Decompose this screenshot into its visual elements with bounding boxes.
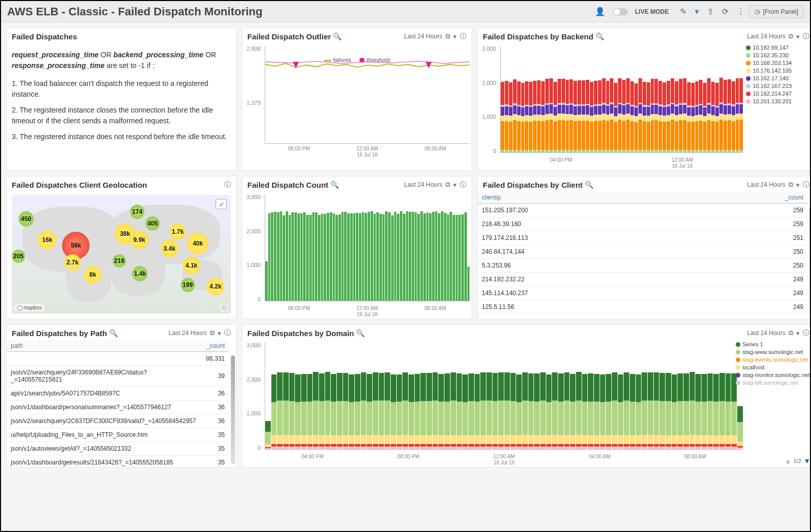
info-icon[interactable]: ⓘ <box>224 328 231 338</box>
copy-icon[interactable]: ⧉ <box>788 329 793 337</box>
xtick: 04:00 PM <box>550 157 572 169</box>
share-icon[interactable]: ⇪ <box>707 7 714 16</box>
scrollbar[interactable] <box>231 356 235 464</box>
panel-title: Failed Dispatches by Client <box>483 181 583 189</box>
table-row[interactable]: ui/help/Uploading_Files_to_an_HTTP_Sourc… <box>7 428 229 442</box>
copy-icon[interactable]: ⧉ <box>445 32 450 40</box>
legend-item[interactable]: 10.182.69.147 <box>746 45 811 51</box>
filter-icon[interactable]: ▾ <box>796 33 800 40</box>
copy-icon[interactable]: ⧉ <box>788 181 793 189</box>
magnify-icon[interactable]: 🔍 <box>585 181 593 189</box>
xtick: 12:00 AM 16 Jul 18 <box>671 157 693 169</box>
xtick: 04:00 AM <box>589 454 610 466</box>
var-backend: backend_processing_time <box>113 51 203 59</box>
attribution-icon[interactable]: ⓘ <box>220 303 228 312</box>
col-path[interactable]: path <box>7 340 202 352</box>
magnify-icon[interactable]: 🔍 <box>356 329 365 337</box>
ytick: 2,808 <box>242 46 261 52</box>
filter-icon[interactable]: ▾ <box>453 181 457 189</box>
condition-3: 3. The registered instance does not resp… <box>12 131 231 142</box>
table-row[interactable]: 86,331 <box>7 352 229 366</box>
filter-icon[interactable]: ▾ <box>218 329 221 337</box>
table-row[interactable]: json/v2/searchquery/2C637DFC300CF939/val… <box>7 414 229 428</box>
legend-item[interactable]: 10.162.214.247 <box>746 91 811 97</box>
condition-1: 1. The load balancer can't dispatch the … <box>12 78 231 100</box>
filter-icon[interactable]: ▾ <box>453 33 457 40</box>
legend-item[interactable]: stag-bill.sumologic.net <box>736 380 811 386</box>
geo-bubble[interactable]: 205 <box>12 250 25 263</box>
table-row[interactable]: json/v1/autoviews/getAll?_=1405585021332… <box>7 442 229 456</box>
table-row[interactable]: json/v1/dashboard/getresults/21643426?_=… <box>7 456 229 468</box>
col-clientip[interactable]: clientip <box>478 192 699 204</box>
legend-item[interactable]: 10.162.17.140 <box>746 75 811 81</box>
edit-icon[interactable]: ✎ <box>680 7 687 16</box>
geo-map[interactable]: ⤢ ◯mapbox ⓘ 45017416k59k38k4051.7k9.9k40… <box>12 195 231 314</box>
geo-bubble[interactable]: 1.7k <box>169 224 186 240</box>
legend-pager[interactable]: ▲ 1/2 ▼ <box>784 457 810 465</box>
filter-icon[interactable]: ▾ <box>796 181 800 189</box>
legend-item[interactable]: 10.176.142.105 <box>746 68 811 74</box>
geo-bubble[interactable]: 174 <box>130 205 144 219</box>
legend-item[interactable]: 10.168.203.134 <box>746 60 811 66</box>
domain-chart[interactable] <box>265 342 743 450</box>
copy-icon[interactable]: ⧉ <box>210 329 215 337</box>
geo-bubble[interactable]: 9.9k <box>130 231 148 249</box>
var-request: request_processing_time <box>12 51 99 59</box>
info-icon[interactable]: ⓘ <box>803 32 809 41</box>
geo-bubble[interactable]: 4.2k <box>207 278 224 295</box>
info-icon[interactable]: ⓘ <box>224 180 231 189</box>
live-mode-toggle[interactable] <box>613 8 631 15</box>
col-count[interactable]: _count <box>699 192 807 204</box>
geo-bubble[interactable]: 3.4k <box>161 240 178 257</box>
legend-item[interactable]: stag-events.sumologic.net <box>736 357 811 363</box>
path-table[interactable]: path _count 86,331json/v2/searchquery/24… <box>7 340 229 467</box>
geo-bubble[interactable]: 199 <box>181 278 195 292</box>
table-row[interactable]: 145.114.140.237249 <box>478 286 807 300</box>
info-icon[interactable]: ⓘ <box>460 180 466 189</box>
copy-icon[interactable]: ⧉ <box>788 32 793 40</box>
table-row[interactable]: json/v1/dashboard/personalsummaries?_=14… <box>7 401 229 414</box>
more-icon[interactable]: ⋮ <box>737 7 745 16</box>
table-row[interactable]: 151.205.197.200259 <box>478 204 807 217</box>
filter-icon[interactable]: ▾ <box>796 329 800 337</box>
condition-2: 2. The registered instance closes the co… <box>12 105 231 126</box>
refresh-icon[interactable]: ⟳ <box>722 7 729 16</box>
info-icon[interactable]: ⓘ <box>803 180 809 189</box>
table-row[interactable]: 5.3.253.96250 <box>478 259 807 273</box>
info-icon[interactable]: ⓘ <box>803 328 809 338</box>
expand-icon[interactable]: ⤢ <box>216 199 227 209</box>
legend-item[interactable]: localhost <box>736 364 811 370</box>
legend-item[interactable]: 10.162.35.230 <box>746 52 811 58</box>
table-row[interactable]: 179.174.216.113251 <box>478 231 807 245</box>
filter-icon[interactable]: ▾ <box>695 7 699 16</box>
legend-item[interactable]: stag-www.sumologic.net <box>736 349 811 355</box>
col-count[interactable]: _count <box>202 340 229 352</box>
backend-chart[interactable] <box>500 46 743 153</box>
table-row[interactable]: json/v2/searchquery/24F33690B87AE69C/sta… <box>7 366 229 387</box>
geo-bubble[interactable]: 216 <box>113 254 126 268</box>
table-row[interactable]: 214.192.232.22249 <box>478 273 807 286</box>
legend-item[interactable]: Series 1 <box>736 341 811 347</box>
legend-item[interactable]: stag-monitor.sumologic.net <box>736 372 811 378</box>
geo-bubble[interactable]: 405 <box>145 216 160 231</box>
info-icon[interactable]: ⓘ <box>460 32 466 41</box>
geo-bubble[interactable]: 16k <box>38 231 56 249</box>
client-table[interactable]: clientip _count 151.205.197.200259218.46… <box>478 192 807 314</box>
table-row[interactable]: api/v1/search/jobs/5A071757D4B8597C36 <box>7 387 229 401</box>
copy-icon[interactable]: ⧉ <box>445 181 450 189</box>
magnify-icon[interactable]: 🔍 <box>330 181 339 189</box>
legend-item[interactable]: 10.162.167.223 <box>746 83 811 89</box>
xtick: 08:00 AM <box>685 454 706 466</box>
time-range-button[interactable]: ◷ [From Panel] <box>749 6 804 18</box>
magnify-icon[interactable]: 🔍 <box>333 32 342 40</box>
magnify-icon[interactable]: 🔍 <box>109 329 118 337</box>
geo-bubble[interactable]: 4.1k <box>183 257 200 274</box>
geo-bubble[interactable]: 2.7k <box>65 254 81 271</box>
count-chart[interactable] <box>265 194 469 301</box>
legend-item[interactable]: 10.201.130.201 <box>746 98 811 104</box>
live-mode-label: LIVE MODE <box>635 8 669 15</box>
table-row[interactable]: 125.5.11.56249 <box>478 300 807 314</box>
table-row[interactable]: 218.46.39.160259 <box>478 217 807 231</box>
table-row[interactable]: 240.84.174.144250 <box>478 245 807 259</box>
magnify-icon[interactable]: 🔍 <box>595 32 604 40</box>
